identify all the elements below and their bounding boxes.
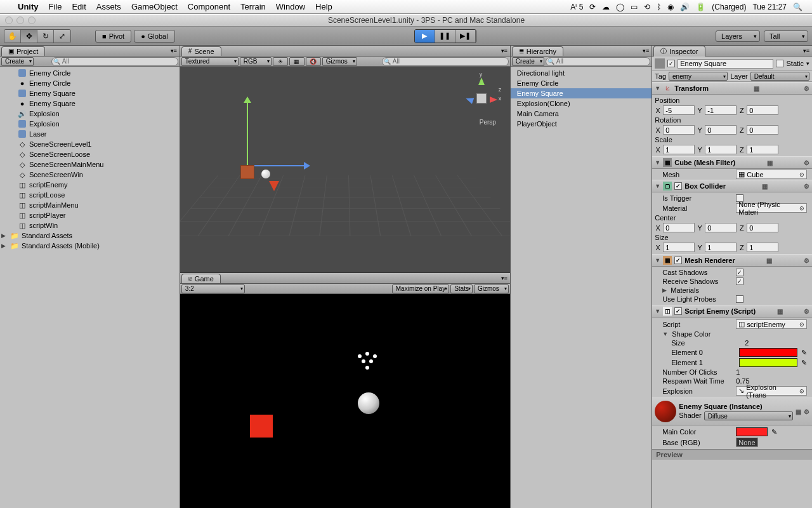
projection-label[interactable]: Persp (480, 119, 496, 126)
menu-gameobject[interactable]: GameObject (126, 2, 183, 11)
project-item[interactable]: Laser (0, 129, 180, 139)
boxcollider-help-icon[interactable]: ▦ (762, 183, 768, 190)
project-item[interactable]: Explosion (0, 119, 180, 129)
pos-x-field[interactable] (663, 105, 695, 115)
material-header[interactable]: Enemy Square (Instance) Shader Diffuse ▦… (652, 398, 812, 425)
explosion-field[interactable]: ↘Explosion (Trans⊙ (736, 386, 807, 396)
scene-enemy-circle[interactable] (261, 170, 270, 178)
scriptenemy-header[interactable]: ▼◫ ✓ Script Enemy (Script) ▦ ⚙ (652, 305, 812, 318)
scene-rendermode-dropdown[interactable]: RGB (240, 57, 272, 66)
zoom-window-button[interactable] (28, 17, 36, 24)
meshrenderer-help-icon[interactable]: ▦ (766, 257, 772, 264)
material-help-icon[interactable]: ▦ (796, 408, 801, 415)
tag-dropdown[interactable]: enemy (669, 72, 728, 81)
rotate-tool[interactable]: ↻ (37, 30, 54, 43)
menu-app[interactable]: Unity (13, 2, 44, 11)
menu-edit[interactable]: Edit (67, 2, 91, 11)
game-options[interactable]: ▾≡ (499, 275, 510, 281)
project-create-dropdown[interactable]: Create (1, 57, 34, 66)
pause-button[interactable]: ❚❚ (435, 30, 455, 43)
meshfilter-gear-icon[interactable]: ⚙ (804, 159, 809, 166)
game-viewport[interactable] (180, 294, 510, 508)
element1-color[interactable] (739, 358, 797, 367)
hierarchy-item[interactable]: Enemy Circle (511, 78, 652, 88)
preview-header[interactable]: Preview (652, 449, 812, 460)
scriptenemy-help-icon[interactable]: ▦ (777, 308, 783, 315)
scene-view[interactable]: Textured RGB ☀ ▦ 🔇 Gizmos All y x (180, 57, 510, 273)
lightprobes-checkbox[interactable] (736, 295, 743, 303)
scale-tool[interactable]: ⤢ (54, 30, 70, 43)
inspector-options[interactable]: ▾≡ (801, 48, 812, 54)
basergb-texture[interactable]: None (736, 438, 757, 447)
scene-light-toggle[interactable]: ☀ (273, 57, 288, 66)
project-item[interactable]: 🔊Explosion (0, 109, 180, 119)
hierarchy-item[interactable]: Enemy Square (511, 88, 652, 98)
gameobject-icon[interactable] (655, 58, 665, 69)
scale-z-field[interactable] (747, 145, 778, 154)
game-aspect-dropdown[interactable]: 3:2 (181, 284, 245, 293)
transform-help-icon[interactable]: ▦ (754, 85, 759, 92)
pivot-toggle[interactable]: ■Pivot (95, 30, 131, 43)
center-z-field[interactable] (747, 223, 778, 232)
move-tool[interactable]: ✥ (21, 30, 37, 43)
hand-tool[interactable]: ✋ (4, 30, 21, 43)
static-dropdown-icon[interactable]: ▾ (806, 60, 809, 67)
project-item[interactable]: ▶📁Standard Assets (Mobile) (0, 241, 180, 251)
inspector-tab[interactable]: ⓘInspector (653, 46, 705, 57)
scene-audio-toggle[interactable]: 🔇 (306, 57, 321, 66)
project-item[interactable]: ●Enemy Square (0, 98, 180, 109)
play-button[interactable]: ▶ (415, 30, 435, 43)
shapecolor-label[interactable]: Shape Color (672, 330, 742, 338)
project-search[interactable]: All (51, 57, 178, 66)
layers-dropdown[interactable]: Layers (716, 30, 760, 42)
project-item[interactable]: ◫scriptLoose (0, 190, 180, 200)
project-item[interactable]: ●Enemy Circle (0, 78, 180, 88)
hierarchy-item[interactable]: Main Camera (511, 109, 652, 119)
rot-z-field[interactable] (747, 125, 778, 135)
menu-terrain[interactable]: Terrain (235, 2, 271, 11)
scene-options[interactable]: ▾≡ (499, 48, 510, 54)
center-x-field[interactable] (663, 223, 695, 232)
size-y-field[interactable] (705, 243, 737, 252)
project-item[interactable]: ◇SceneScreenWin (0, 170, 180, 180)
transform-gear-icon[interactable]: ⚙ (804, 85, 809, 92)
maincolor-swatch[interactable] (736, 427, 768, 436)
eyedropper-icon[interactable]: ✎ (801, 359, 807, 367)
close-window-button[interactable] (5, 17, 13, 24)
center-y-field[interactable] (705, 223, 737, 232)
eyedropper-icon[interactable]: ✎ (771, 428, 777, 436)
shader-dropdown[interactable]: Diffuse (704, 411, 793, 420)
hierarchy-item[interactable]: Directional light (511, 68, 652, 78)
minimize-window-button[interactable] (16, 17, 24, 24)
meshrenderer-gear-icon[interactable]: ⚙ (804, 257, 809, 264)
hierarchy-tab[interactable]: ≣Hierarchy (512, 46, 563, 56)
project-item[interactable]: ◫scriptPlayer (0, 210, 180, 220)
scene-fx-toggle[interactable]: ▦ (289, 57, 304, 66)
castshadows-checkbox[interactable]: ✓ (736, 269, 743, 276)
project-item[interactable]: ▶📁Standard Assets (0, 231, 180, 241)
scale-x-field[interactable] (663, 145, 695, 154)
hierarchy-options[interactable]: ▾≡ (640, 48, 652, 54)
menu-assets[interactable]: Assets (91, 2, 126, 11)
game-gizmos-dropdown[interactable]: Gizmos (474, 284, 509, 293)
scene-tab[interactable]: #Scene (181, 46, 221, 56)
physmat-field[interactable]: None (Physic Materi⊙ (736, 203, 807, 213)
menu-component[interactable]: Component (183, 2, 235, 11)
pos-z-field[interactable] (747, 105, 778, 115)
global-toggle[interactable]: ●Global (134, 30, 174, 43)
project-item[interactable]: ◫scriptEnemy (0, 180, 180, 190)
move-gizmo-y-axis[interactable] (247, 102, 248, 165)
hierarchy-create-dropdown[interactable]: Create (512, 57, 544, 66)
scriptenemy-gear-icon[interactable]: ⚙ (804, 308, 809, 315)
project-item[interactable]: ◫scriptMainMenu (0, 200, 180, 210)
scriptenemy-enabled-checkbox[interactable]: ✓ (674, 307, 682, 315)
go-active-checkbox[interactable]: ✓ (667, 60, 675, 67)
layer-dropdown[interactable]: Default (750, 72, 809, 81)
hierarchy-search[interactable]: All (546, 57, 650, 66)
scene-search[interactable]: All (382, 57, 509, 66)
project-item[interactable]: ◫scriptWin (0, 220, 180, 231)
element0-color[interactable] (739, 348, 797, 357)
project-item[interactable]: ◇SceneScreenLoose (0, 149, 180, 159)
menu-window[interactable]: Window (271, 2, 310, 11)
project-item[interactable]: Enemy Circle (0, 68, 180, 78)
